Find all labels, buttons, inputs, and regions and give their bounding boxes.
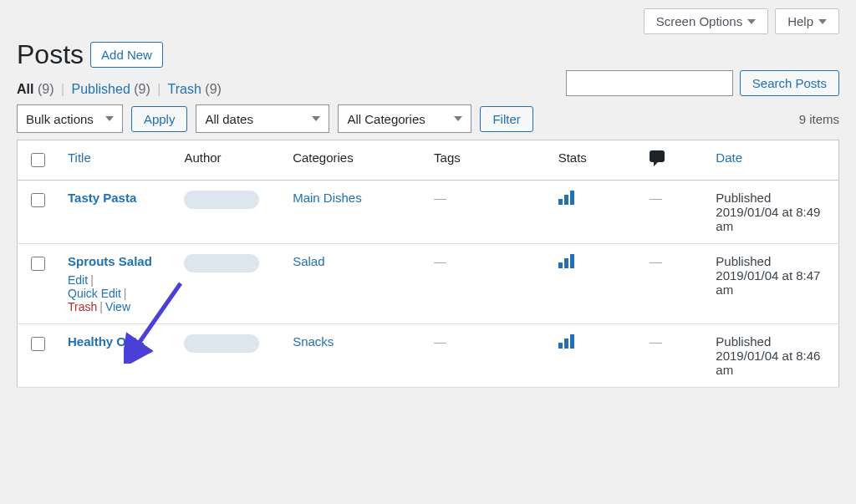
post-title-link[interactable]: Tasty Pasta bbox=[68, 191, 164, 205]
comments-cell: — bbox=[650, 254, 662, 268]
author-redacted bbox=[184, 254, 259, 272]
row-actions: Edit|Quick Edit|Trash|View bbox=[68, 273, 164, 313]
row-checkbox[interactable] bbox=[31, 193, 45, 207]
screen-options-label: Screen Options bbox=[656, 14, 742, 28]
stats-icon[interactable] bbox=[558, 254, 574, 268]
comments-icon bbox=[650, 150, 665, 162]
comments-cell: — bbox=[650, 334, 662, 349]
edit-link[interactable]: Edit bbox=[68, 273, 88, 287]
date-time: 2019/01/04 at 8:47 am bbox=[716, 268, 828, 297]
author-redacted bbox=[184, 334, 259, 353]
tags-cell: — bbox=[434, 191, 446, 205]
caret-down-icon bbox=[818, 19, 827, 24]
post-title-link[interactable]: Healthy Oats bbox=[68, 334, 164, 349]
post-title-link[interactable]: Sprouts Salad bbox=[68, 254, 164, 268]
caret-down-icon bbox=[312, 116, 320, 121]
category-link[interactable]: Salad bbox=[293, 254, 324, 268]
search-input[interactable] bbox=[566, 70, 733, 96]
row-checkbox[interactable] bbox=[31, 337, 45, 351]
date-filter-select[interactable]: All dates bbox=[196, 104, 329, 133]
apply-button[interactable]: Apply bbox=[131, 106, 188, 132]
bulk-actions-select[interactable]: Bulk actions bbox=[17, 104, 123, 133]
help-button[interactable]: Help bbox=[775, 8, 839, 34]
tags-cell: — bbox=[434, 254, 446, 268]
filter-all[interactable]: All (9) bbox=[17, 82, 58, 96]
date-status: Published bbox=[716, 334, 828, 349]
column-author: Author bbox=[184, 150, 221, 165]
search-posts-button[interactable]: Search Posts bbox=[740, 70, 839, 96]
quick-edit-link[interactable]: Quick Edit bbox=[68, 287, 121, 300]
view-link[interactable]: View bbox=[105, 300, 130, 313]
select-all-checkbox[interactable] bbox=[31, 153, 45, 167]
date-status: Published bbox=[716, 254, 828, 268]
posts-table: Title Author Categories Tags Stats Date … bbox=[17, 140, 839, 388]
column-stats: Stats bbox=[558, 150, 587, 165]
category-filter-select[interactable]: All Categories bbox=[338, 104, 471, 133]
filter-button[interactable]: Filter bbox=[480, 106, 532, 132]
column-title[interactable]: Title bbox=[68, 150, 91, 165]
table-row: Healthy OatsSnacks——Published2019/01/04 … bbox=[18, 324, 839, 388]
screen-options-button[interactable]: Screen Options bbox=[644, 8, 768, 34]
help-label: Help bbox=[787, 14, 813, 28]
stats-icon[interactable] bbox=[558, 334, 574, 349]
stats-icon[interactable] bbox=[558, 191, 574, 205]
date-time: 2019/01/04 at 8:49 am bbox=[716, 205, 828, 233]
column-tags: Tags bbox=[434, 150, 461, 165]
filter-published[interactable]: Published (9) bbox=[72, 82, 155, 96]
caret-down-icon bbox=[454, 116, 462, 121]
date-time: 2019/01/04 at 8:46 am bbox=[716, 349, 828, 377]
date-status: Published bbox=[716, 191, 828, 205]
table-row: Sprouts SaladEdit|Quick Edit|Trash|ViewS… bbox=[18, 244, 839, 324]
tags-cell: — bbox=[434, 334, 446, 349]
page-title: Posts bbox=[17, 39, 84, 70]
category-link[interactable]: Snacks bbox=[293, 334, 334, 349]
filter-trash[interactable]: Trash (9) bbox=[168, 82, 222, 96]
comments-cell: — bbox=[650, 191, 662, 205]
trash-link[interactable]: Trash bbox=[68, 300, 97, 313]
column-categories: Categories bbox=[293, 150, 354, 165]
author-redacted bbox=[184, 191, 259, 209]
add-new-button[interactable]: Add New bbox=[90, 42, 163, 68]
caret-down-icon bbox=[747, 19, 756, 24]
table-row: Tasty PastaMain Dishes——Published2019/01… bbox=[18, 181, 839, 244]
items-count: 9 items bbox=[799, 112, 839, 126]
row-checkbox[interactable] bbox=[31, 257, 45, 271]
column-date[interactable]: Date bbox=[716, 150, 742, 165]
category-link[interactable]: Main Dishes bbox=[293, 191, 362, 205]
caret-down-icon bbox=[105, 116, 114, 121]
